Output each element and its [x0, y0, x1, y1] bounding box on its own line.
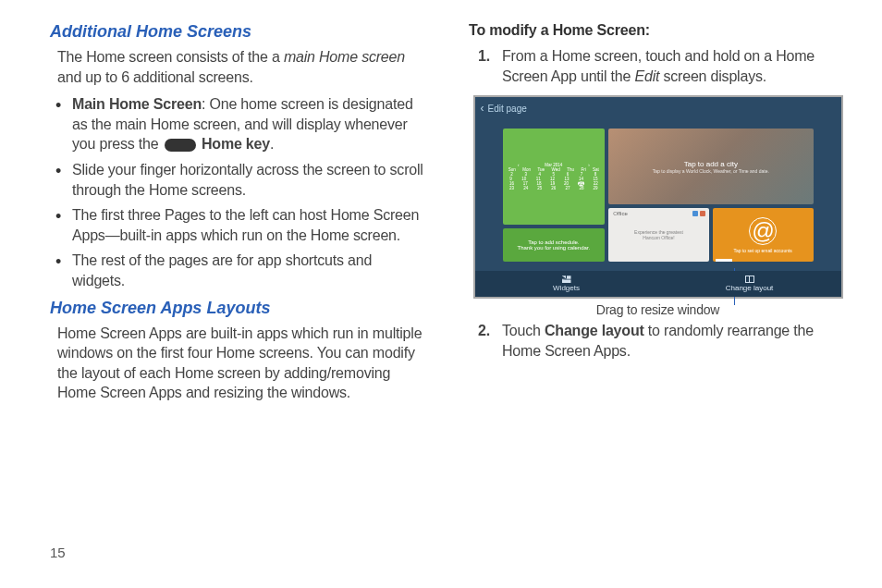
office-icon-1: [692, 211, 698, 216]
intro-text-c: and up to 6 additional screens.: [57, 69, 253, 85]
step-1: 1. From a Home screen, touch and hold on…: [478, 46, 847, 86]
intro-text-b: main Home screen: [284, 49, 405, 65]
cal-n: 29: [594, 186, 598, 190]
panels-area: ‹Mar 2014› SunMonTueWedThuFriSat 2345678…: [503, 129, 814, 262]
resize-handle: [716, 259, 732, 262]
schedule-b: Thank you for using calendar.: [517, 245, 590, 251]
step-2: 2. Touch Change layout to randomly rearr…: [478, 321, 847, 361]
home-key-icon: [165, 139, 196, 152]
heading-additional-home-screens: Additional Home Screens: [50, 22, 428, 42]
widgets-label: Widgets: [553, 284, 580, 292]
widgets-button: Widgets: [475, 271, 658, 297]
at-sign-icon: @: [749, 217, 777, 245]
heading-to-modify: To modify a Home Screen:: [469, 22, 847, 39]
step-1-number: 1.: [478, 46, 490, 67]
calendar-panel: ‹Mar 2014› SunMonTueWedThuFriSat 2345678…: [503, 129, 606, 225]
step2-b: Change layout: [545, 323, 644, 338]
layout-icon: [745, 276, 754, 283]
city-b: Tap to display a World Clock, Weather, o…: [653, 168, 769, 174]
cityscape-panel: Tap to add a city Tap to display a World…: [608, 129, 813, 204]
edit-page-screenshot: ‹ Edit page ‹Mar 2014› SunMonTueWedThuFr…: [473, 95, 843, 299]
steps-list: 1. From a Home screen, touch and hold on…: [469, 46, 847, 86]
cal-n: 23: [509, 186, 514, 190]
cal-n: 25: [537, 186, 542, 190]
step1-b: Edit: [634, 68, 659, 84]
change-layout-button: Change layout: [658, 271, 841, 297]
bullet-rest-of-pages: The rest of the pages are for app shortc…: [55, 251, 428, 290]
body-layouts: Home Screen Apps are built-in apps which…: [50, 324, 428, 403]
heading-home-screen-apps-layouts: Home Screen Apps Layouts: [50, 299, 428, 318]
bullet-list-1: Main Home Screen: One home screen is des…: [50, 94, 428, 290]
bullet1-bold: Main Home Screen: [72, 96, 202, 112]
cal-n: 27: [565, 186, 570, 190]
cal-n: 28: [580, 186, 584, 190]
widgets-icon: [562, 276, 571, 283]
office-icon-2: [700, 211, 705, 216]
intro-text-a: The Home screen consists of the a: [57, 49, 284, 65]
bullet1-homekey-label: Home key: [202, 136, 270, 152]
bullet-slide-finger: Slide your finger horizontally across th…: [55, 160, 428, 200]
step2-a: Touch: [502, 323, 545, 338]
page-number: 15: [50, 545, 66, 560]
email-panel: @ Tap to set up email accounts: [713, 208, 814, 262]
bottom-bar: Widgets Change layout: [475, 271, 841, 297]
steps-list-2: 2. Touch Change layout to randomly rearr…: [469, 321, 847, 361]
figure-caption: Drag to resize window: [469, 302, 847, 317]
cal-n: 26: [551, 186, 556, 190]
step-2-number: 2.: [478, 321, 490, 341]
change-layout-label: Change layout: [726, 284, 774, 292]
edit-page-header: ‹ Edit page: [475, 97, 841, 119]
step1-c: screen displays.: [659, 68, 766, 84]
back-icon: ‹: [481, 102, 484, 115]
schedule-panel: Tap to add schedule. Thank you for using…: [503, 228, 606, 262]
intro-paragraph: The Home screen consists of the a main H…: [50, 47, 428, 87]
office-panel: Office Experience the greatest Hancom Of…: [608, 208, 709, 262]
cal-n: 24: [523, 186, 528, 190]
bullet1-period: .: [270, 136, 274, 152]
office-label: Office: [613, 211, 628, 216]
screenshot-figure: ‹ Edit page ‹Mar 2014› SunMonTueWedThuFr…: [469, 95, 847, 317]
office-b: Hancom Office!: [643, 235, 674, 240]
bullet-first-three-pages: The first three Pages to the left can ho…: [55, 205, 428, 245]
city-a: Tap to add a city: [684, 160, 738, 168]
bullet-main-home-screen: Main Home Screen: One home screen is des…: [55, 94, 428, 154]
edit-page-label: Edit page: [488, 104, 527, 114]
email-sub: Tap to set up email accounts: [733, 248, 791, 253]
